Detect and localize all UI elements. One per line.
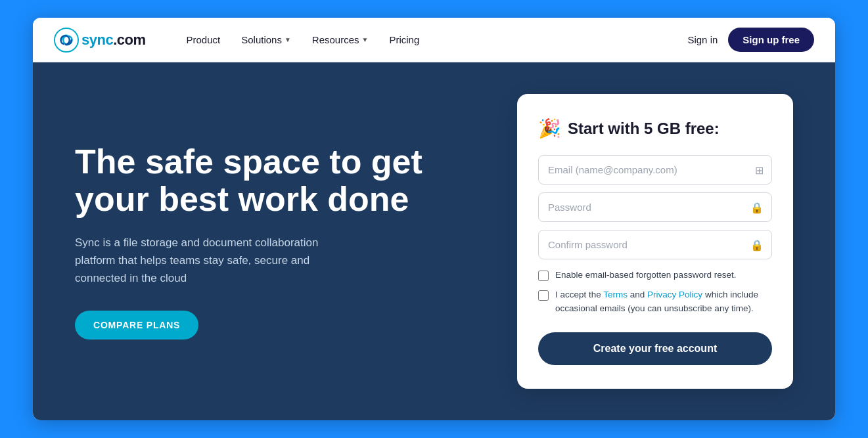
terms-accept-label: I accept the Terms and Privacy Policy wh… xyxy=(555,288,772,315)
sync-logo-icon xyxy=(54,28,79,53)
confirm-password-input[interactable] xyxy=(538,230,772,259)
password-input[interactable] xyxy=(538,192,772,222)
confirm-password-field-group: 🔒 xyxy=(538,230,772,259)
email-icon: ⊞ xyxy=(755,164,764,176)
hero-section: The safe space to get your best work don… xyxy=(33,62,835,420)
signin-link[interactable]: Sign in xyxy=(687,34,718,45)
signup-card: 🎉 Start with 5 GB free: ⊞ 🔒 🔒 xyxy=(517,94,793,389)
nav-item-resources[interactable]: Resources ▼ xyxy=(303,29,378,51)
email-field-group: ⊞ xyxy=(538,155,772,185)
logo[interactable]: sync.com xyxy=(54,28,146,53)
email-input[interactable] xyxy=(538,155,772,185)
chevron-down-icon: ▼ xyxy=(362,36,369,43)
svg-point-0 xyxy=(55,28,78,52)
chevron-down-icon: ▼ xyxy=(285,36,291,43)
hero-subtext: Sync is a file storage and document coll… xyxy=(75,234,351,288)
terms-link[interactable]: Terms xyxy=(603,290,628,299)
lock-icon: 🔒 xyxy=(750,201,764,213)
privacy-policy-link[interactable]: Privacy Policy xyxy=(647,290,702,299)
checkbox-group-2: I accept the Terms and Privacy Policy wh… xyxy=(538,288,772,315)
compare-plans-button[interactable]: COMPARE PLANS xyxy=(75,311,198,339)
nav-item-solutions[interactable]: Solutions ▼ xyxy=(232,29,300,51)
outer-wrapper: sync.com Product Solutions ▼ Resources ▼… xyxy=(20,5,848,433)
nav-item-pricing[interactable]: Pricing xyxy=(380,29,428,51)
checkbox-group-1: Enable email-based forgotten password re… xyxy=(538,269,772,282)
password-field-group: 🔒 xyxy=(538,192,772,222)
logo-text: sync.com xyxy=(81,32,146,49)
nav-right: Sign in Sign up free xyxy=(687,28,814,52)
hero-left: The safe space to get your best work don… xyxy=(75,143,465,340)
email-reset-label: Enable email-based forgotten password re… xyxy=(555,269,736,282)
nav-links: Product Solutions ▼ Resources ▼ Pricing xyxy=(177,29,667,51)
terms-accept-checkbox[interactable] xyxy=(538,290,549,301)
signup-button[interactable]: Sign up free xyxy=(728,28,814,52)
card-title: 🎉 Start with 5 GB free: xyxy=(538,118,772,139)
hero-headline: The safe space to get your best work don… xyxy=(75,143,465,218)
navbar: sync.com Product Solutions ▼ Resources ▼… xyxy=(33,18,835,62)
card-title-text: Start with 5 GB free: xyxy=(568,120,720,138)
checkboxes-section: Enable email-based forgotten password re… xyxy=(538,269,772,315)
email-reset-checkbox[interactable] xyxy=(538,271,549,281)
create-account-button[interactable]: Create your free account xyxy=(538,332,772,365)
nav-item-product[interactable]: Product xyxy=(177,29,230,51)
browser-card: sync.com Product Solutions ▼ Resources ▼… xyxy=(33,18,835,420)
party-emoji: 🎉 xyxy=(538,118,561,139)
lock-icon-2: 🔒 xyxy=(750,238,764,251)
